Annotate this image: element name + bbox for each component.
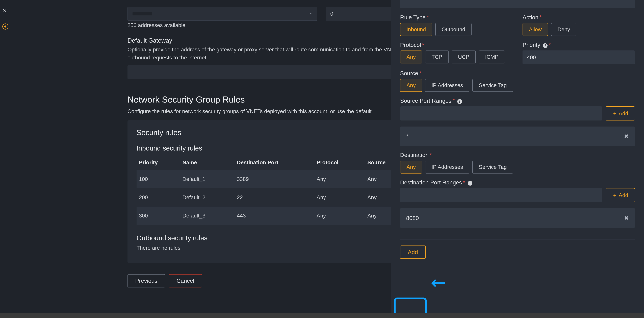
cell-dest-port: 22 [234, 188, 314, 206]
source-port-input[interactable] [400, 106, 602, 120]
destination-label: Destination* [400, 152, 635, 158]
protocol-any[interactable]: Any [400, 50, 422, 64]
cell-priority: 200 [136, 188, 180, 206]
cell-protocol: Any [314, 206, 365, 225]
source-any[interactable]: Any [400, 79, 422, 92]
source-ports-label: Source Port Ranges* i [400, 98, 635, 104]
col-name: Name [180, 155, 234, 170]
rule-type-outbound[interactable]: Outbound [435, 23, 472, 36]
cancel-button[interactable]: Cancel [169, 274, 202, 288]
dest-port-chip: 8080 ✖ [400, 208, 635, 228]
destination-ip[interactable]: IP Addresses [425, 160, 469, 174]
protocol-icmp[interactable]: ICMP [479, 50, 505, 64]
source-label: Source* [400, 70, 635, 76]
cell-priority: 300 [136, 206, 180, 225]
rule-side-panel: Rule Type* Inbound Outbound Action* Allo… [391, 0, 644, 318]
address-space-selected [132, 12, 152, 16]
chevron-down-icon: ﹀ [308, 10, 313, 17]
address-limit-value: 0 [330, 11, 333, 17]
cell-name: Default_2 [180, 188, 234, 206]
remove-icon[interactable]: ✖ [624, 133, 628, 140]
destination-service-tag[interactable]: Service Tag [472, 160, 513, 174]
rule-type-inbound[interactable]: Inbound [400, 23, 432, 36]
address-space-select[interactable]: ﹀ [128, 7, 317, 21]
cell-dest-port: 3389 [234, 170, 314, 188]
dest-ports-label: Destination Port Ranges* i [400, 179, 635, 186]
browser-status-bar [0, 313, 644, 318]
priority-input[interactable] [522, 50, 635, 64]
chip-value: * [406, 133, 408, 140]
info-icon[interactable]: i [457, 99, 462, 104]
cell-protocol: Any [314, 188, 365, 206]
source-ip[interactable]: IP Addresses [425, 79, 469, 92]
previous-button[interactable]: Previous [128, 274, 165, 288]
expand-icon[interactable]: » [3, 7, 6, 14]
info-icon[interactable]: i [543, 43, 548, 48]
cell-priority: 100 [136, 170, 180, 188]
cell-name: Default_3 [180, 206, 234, 225]
chip-value: 8080 [406, 215, 419, 221]
action-allow[interactable]: Allow [522, 23, 548, 36]
col-dest-port: Destination Port [234, 155, 314, 170]
action-deny[interactable]: Deny [551, 23, 576, 36]
source-port-add-button[interactable]: ＋Add [606, 106, 635, 120]
remove-icon[interactable]: ✖ [624, 215, 628, 221]
col-protocol: Protocol [314, 155, 365, 170]
col-priority: Priority [136, 155, 180, 170]
rule-name-input[interactable] [400, 0, 635, 8]
panel-divider [400, 239, 635, 240]
protocol-ucp[interactable]: UCP [452, 50, 476, 64]
info-icon[interactable]: i [468, 181, 472, 186]
address-helper: 256 addresses available [128, 22, 317, 28]
add-circle-icon[interactable]: + [2, 24, 8, 30]
add-rule-button[interactable]: Add [400, 246, 426, 259]
plus-icon: ＋ [612, 192, 617, 199]
cell-protocol: Any [314, 170, 365, 188]
destination-any[interactable]: Any [400, 160, 422, 174]
source-service-tag[interactable]: Service Tag [472, 79, 513, 92]
dest-port-add-button[interactable]: ＋Add [606, 188, 635, 202]
plus-icon: ＋ [612, 110, 617, 117]
source-port-chip: * ✖ [400, 126, 635, 146]
protocol-tcp[interactable]: TCP [425, 50, 448, 64]
dest-port-input[interactable] [400, 188, 602, 202]
cell-name: Default_1 [180, 170, 234, 188]
cell-dest-port: 443 [234, 206, 314, 225]
action-label: Action* [522, 14, 635, 21]
rule-type-label: Rule Type* [400, 14, 512, 21]
priority-label: Priority i* [522, 42, 635, 48]
left-rail: » + [0, 0, 12, 318]
protocol-label: Protocol* [400, 42, 512, 48]
